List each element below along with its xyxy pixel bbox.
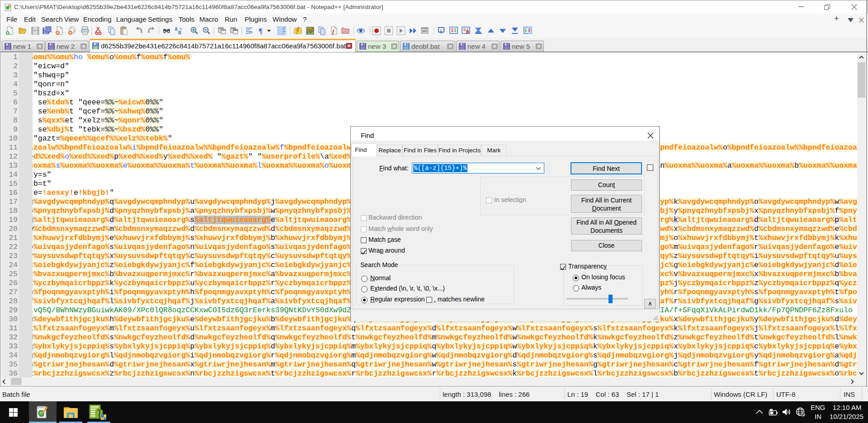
svg-text:A: A <box>175 27 178 32</box>
svg-text:1: 1 <box>440 28 442 33</box>
svg-text:abc: abc <box>422 29 428 33</box>
svg-text:¶: ¶ <box>259 27 263 35</box>
svg-text:B: B <box>178 30 181 35</box>
